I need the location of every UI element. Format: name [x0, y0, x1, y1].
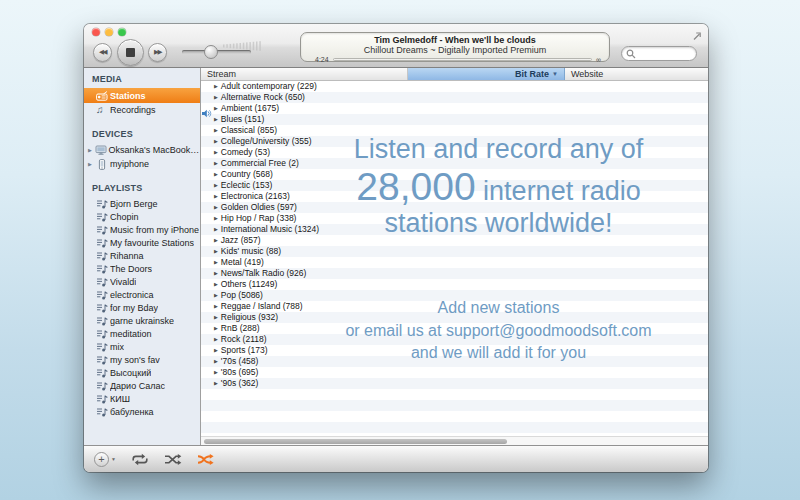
- category-row-rock[interactable]: ▶Rock (2118): [201, 334, 708, 345]
- disclosure-triangle-icon[interactable]: ▶: [88, 147, 95, 153]
- category-row-ambient[interactable]: ▶Ambient (1675): [201, 103, 708, 114]
- sidebar-item-bjorn-berge[interactable]: Bjorn Berge: [84, 197, 200, 210]
- row-disclosure-icon[interactable]: ▶: [214, 268, 218, 279]
- row-disclosure-icon[interactable]: ▶: [214, 290, 218, 301]
- category-row-others[interactable]: ▶Others (11249): [201, 279, 708, 290]
- row-disclosure-icon[interactable]: ▶: [214, 147, 218, 158]
- row-disclosure-icon[interactable]: ▶: [214, 356, 218, 367]
- category-row-electronica[interactable]: ▶Electronica (2163): [201, 191, 708, 202]
- sidebar-item-бабуленка[interactable]: бабуленка: [84, 405, 200, 418]
- sidebar-item-высоцкий[interactable]: Высоцкий: [84, 366, 200, 379]
- repeat-button[interactable]: [131, 453, 149, 466]
- sidebar-item-recordings[interactable]: ♫Recordings: [84, 103, 200, 117]
- sidebar-item-meditation[interactable]: meditation: [84, 327, 200, 340]
- category-row-eclectic[interactable]: ▶Eclectic (153): [201, 180, 708, 191]
- category-row-'80s[interactable]: ▶'80s (695): [201, 367, 708, 378]
- category-row-commercial-free[interactable]: ▶Commercial Free (2): [201, 158, 708, 169]
- category-row-reggae-island[interactable]: ▶Reggae / Island (788): [201, 301, 708, 312]
- category-row-rnb[interactable]: ▶RnB (288): [201, 323, 708, 334]
- row-disclosure-icon[interactable]: ▶: [214, 169, 218, 180]
- row-disclosure-icon[interactable]: ▶: [214, 323, 218, 334]
- row-disclosure-icon[interactable]: ▶: [214, 103, 218, 114]
- disclosure-triangle-icon[interactable]: ▶: [88, 161, 96, 167]
- volume-knob[interactable]: [204, 45, 218, 59]
- column-header-bitrate[interactable]: Bit Rate ▼: [408, 68, 565, 80]
- search-input[interactable]: [638, 49, 692, 59]
- sidebar-item-garne-ukrainske[interactable]: garne ukrainske: [84, 314, 200, 327]
- resize-icon[interactable]: [692, 27, 702, 37]
- row-disclosure-icon[interactable]: ▶: [214, 235, 218, 246]
- previous-button[interactable]: ◀◀: [93, 43, 112, 62]
- horizontal-scrollbar-thumb[interactable]: [204, 439, 507, 444]
- shuffle-button[interactable]: [164, 453, 182, 466]
- sidebar-item-electronica[interactable]: electronica: [84, 288, 200, 301]
- row-disclosure-icon[interactable]: ▶: [214, 224, 218, 235]
- row-disclosure-icon[interactable]: ▶: [214, 345, 218, 356]
- row-disclosure-icon[interactable]: ▶: [214, 367, 218, 378]
- column-header-stream[interactable]: Stream: [201, 68, 408, 80]
- category-row-sports[interactable]: ▶Sports (173): [201, 345, 708, 356]
- sidebar-item-mix[interactable]: mix: [84, 340, 200, 353]
- sidebar-item-my-son's-fav[interactable]: my son's fav: [84, 353, 200, 366]
- category-row-jazz[interactable]: ▶Jazz (857): [201, 235, 708, 246]
- row-disclosure-icon[interactable]: ▶: [214, 257, 218, 268]
- row-disclosure-icon[interactable]: ▶: [214, 378, 218, 389]
- sidebar-item-oksanka's-macbook-pro[interactable]: ▶Oksanka's MacBook Pro: [84, 143, 200, 157]
- row-disclosure-icon[interactable]: ▶: [214, 125, 218, 136]
- row-disclosure-icon[interactable]: ▶: [214, 312, 218, 323]
- progress-bar[interactable]: [333, 58, 592, 61]
- category-row-college-university[interactable]: ▶College/University (355): [201, 136, 708, 147]
- category-row-blues[interactable]: ▶Blues (151): [201, 114, 708, 125]
- volume-slider[interactable]: [180, 24, 265, 68]
- sidebar-item-music-from-my-iphone[interactable]: Music from my iPhone: [84, 223, 200, 236]
- next-button[interactable]: ▶▶: [148, 43, 167, 62]
- row-disclosure-icon[interactable]: ▶: [214, 158, 218, 169]
- row-disclosure-icon[interactable]: ▶: [214, 81, 218, 92]
- sidebar-item-stations[interactable]: Stations: [84, 88, 200, 103]
- row-disclosure-icon[interactable]: ▶: [214, 213, 218, 224]
- row-disclosure-icon[interactable]: ▶: [214, 301, 218, 312]
- sidebar-item-for-my-bday[interactable]: for my Bday: [84, 301, 200, 314]
- category-row-adult-contemporary[interactable]: ▶Adult contemporary (229): [201, 81, 708, 92]
- sidebar-item-the-doors[interactable]: The Doors: [84, 262, 200, 275]
- column-header-website[interactable]: Website: [565, 68, 708, 80]
- sidebar-item-chopin[interactable]: Chopin: [84, 210, 200, 223]
- row-disclosure-icon[interactable]: ▶: [214, 92, 218, 103]
- sidebar-item-myiphone[interactable]: ▶myiphone: [84, 157, 200, 171]
- sidebar-item-vivaldi[interactable]: Vivaldi: [84, 275, 200, 288]
- row-disclosure-icon[interactable]: ▶: [214, 334, 218, 345]
- category-row-country[interactable]: ▶Country (568): [201, 169, 708, 180]
- sidebar-item-дарио-салас[interactable]: Дарио Салас: [84, 379, 200, 392]
- sidebar-item-my-favourite-stations[interactable]: My favourite Stations: [84, 236, 200, 249]
- row-disclosure-icon[interactable]: ▶: [214, 246, 218, 257]
- close-button[interactable]: [92, 28, 100, 36]
- category-row-golden-oldies[interactable]: ▶Golden Oldies (597): [201, 202, 708, 213]
- category-row-kids'-music[interactable]: ▶Kids' music (88): [201, 246, 708, 257]
- category-row-alternative-rock[interactable]: ▶Alternative Rock (650): [201, 92, 708, 103]
- add-button[interactable]: + ▼: [94, 452, 116, 467]
- category-row-comedy[interactable]: ▶Comedy (53): [201, 147, 708, 158]
- category-row-hip-hop-rap[interactable]: ▶Hip Hop / Rap (338): [201, 213, 708, 224]
- category-row-international-music[interactable]: ▶International Music (1324): [201, 224, 708, 235]
- category-row-metal[interactable]: ▶Metal (419): [201, 257, 708, 268]
- row-disclosure-icon[interactable]: ▶: [214, 191, 218, 202]
- category-row-classical[interactable]: ▶Classical (855): [201, 125, 708, 136]
- row-disclosure-icon[interactable]: ▶: [214, 279, 218, 290]
- row-disclosure-icon[interactable]: ▶: [214, 114, 218, 125]
- sidebar-item-киш[interactable]: КИШ: [84, 392, 200, 405]
- category-row-pop[interactable]: ▶Pop (5086): [201, 290, 708, 301]
- horizontal-scrollbar[interactable]: [201, 436, 708, 445]
- category-row-'70s[interactable]: ▶'70s (458): [201, 356, 708, 367]
- row-disclosure-icon[interactable]: ▶: [214, 180, 218, 191]
- search-box[interactable]: [621, 46, 697, 61]
- record-button[interactable]: [197, 453, 215, 466]
- stop-button[interactable]: [117, 39, 144, 66]
- volume-track[interactable]: [182, 50, 251, 54]
- row-disclosure-icon[interactable]: ▶: [214, 136, 218, 147]
- row-disclosure-icon[interactable]: ▶: [214, 202, 218, 213]
- category-row-religious[interactable]: ▶Religious (932): [201, 312, 708, 323]
- minimize-button[interactable]: [105, 28, 113, 36]
- zoom-button[interactable]: [118, 28, 126, 36]
- category-row-'90s[interactable]: ▶'90s (362): [201, 378, 708, 389]
- sidebar-item-rihanna[interactable]: Rihanna: [84, 249, 200, 262]
